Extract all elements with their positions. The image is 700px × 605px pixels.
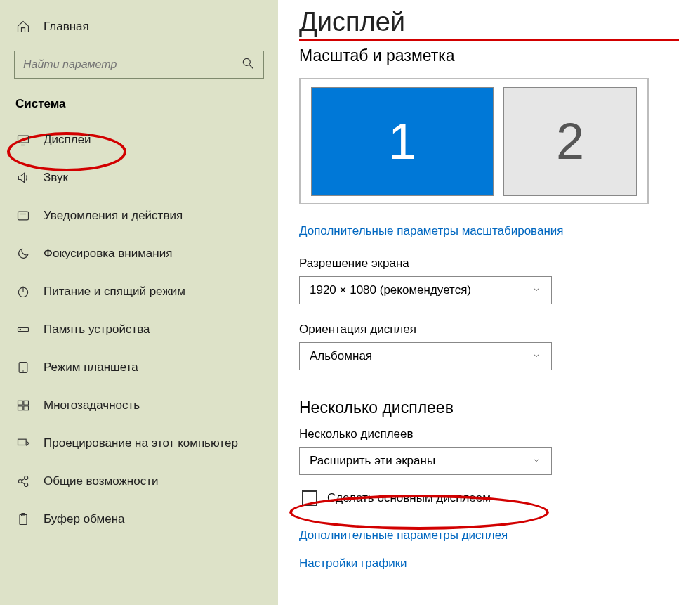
sidebar-item-label: Проецирование на этот компьютер [44, 436, 238, 450]
project-icon [15, 436, 31, 450]
display-arrangement[interactable]: 1 2 [299, 78, 649, 204]
svg-rect-14 [18, 406, 23, 410]
home-icon [15, 20, 31, 34]
sidebar-item-multitask[interactable]: Многозадачность [0, 386, 278, 424]
multi-display-dropdown[interactable]: Расширить эти экраны [299, 447, 552, 475]
svg-point-9 [20, 329, 20, 330]
dropdown-value: Расширить эти экраны [310, 454, 435, 468]
display-number: 1 [388, 112, 416, 170]
svg-rect-13 [24, 401, 29, 405]
storage-icon [15, 323, 31, 337]
multi-display-heading: Несколько дисплеев [299, 398, 679, 417]
svg-rect-16 [18, 439, 27, 445]
search-input[interactable] [23, 58, 241, 71]
sidebar-item-clipboard[interactable]: Буфер обмена [0, 500, 278, 538]
checkbox-label: Сделать основным дисплеем [327, 491, 491, 505]
sidebar-item-tablet[interactable]: Режим планшета [0, 349, 278, 386]
dropdown-value: 1920 × 1080 (рекомендуется) [310, 283, 471, 297]
tablet-icon [15, 360, 31, 375]
multi-display-label: Несколько дисплеев [299, 427, 679, 441]
svg-point-18 [25, 476, 28, 480]
clipboard-icon [15, 512, 31, 526]
make-main-display-checkbox-row[interactable]: Сделать основным дисплеем [299, 490, 679, 506]
svg-rect-12 [18, 401, 23, 405]
page-title: Дисплей [299, 7, 679, 41]
notification-icon [15, 209, 31, 223]
sidebar-item-label: Общие возможности [44, 474, 158, 488]
main-content: Дисплей Масштаб и разметка 1 2 Дополните… [278, 0, 700, 605]
svg-point-19 [25, 483, 28, 487]
dropdown-value: Альбомная [310, 349, 372, 363]
sidebar-item-label: Звук [44, 171, 68, 185]
sound-icon [15, 171, 31, 185]
svg-rect-15 [24, 406, 29, 410]
orientation-dropdown[interactable]: Альбомная [299, 342, 552, 370]
sidebar-item-label: Память устройства [44, 323, 150, 337]
sidebar-item-power[interactable]: Питание и спящий режим [0, 273, 278, 311]
chevron-down-icon [531, 351, 541, 363]
graphics-settings-link[interactable]: Настройки графики [299, 557, 679, 571]
sidebar-home-label: Главная [44, 20, 89, 34]
svg-point-0 [243, 58, 250, 65]
resolution-label: Разрешение экрана [299, 256, 679, 271]
sidebar: Главная Система Дисплей Звук Уведомления… [0, 0, 278, 605]
sidebar-section-label: Система [0, 91, 278, 121]
sidebar-item-focus[interactable]: Фокусировка внимания [0, 235, 278, 273]
search-input-container[interactable] [14, 51, 264, 79]
monitor-icon [15, 133, 31, 147]
moon-icon [15, 247, 31, 261]
svg-rect-4 [18, 212, 29, 220]
sidebar-item-projecting[interactable]: Проецирование на этот компьютер [0, 424, 278, 462]
resolution-dropdown[interactable]: 1920 × 1080 (рекомендуется) [299, 276, 552, 304]
svg-line-1 [250, 65, 253, 69]
advanced-display-link[interactable]: Дополнительные параметры дисплея [299, 528, 679, 542]
svg-line-21 [22, 482, 25, 484]
sidebar-item-sound[interactable]: Звук [0, 159, 278, 197]
multitask-icon [15, 398, 31, 412]
search-icon [241, 56, 255, 73]
sidebar-item-storage[interactable]: Память устройства [0, 311, 278, 349]
power-icon [15, 285, 31, 299]
sidebar-item-label: Режим планшета [44, 360, 138, 375]
sidebar-item-label: Дисплей [44, 133, 91, 147]
sidebar-item-label: Буфер обмена [44, 512, 125, 526]
chevron-down-icon [531, 455, 541, 467]
sidebar-item-label: Фокусировка внимания [44, 247, 172, 261]
svg-point-17 [18, 480, 22, 483]
sidebar-item-display[interactable]: Дисплей [0, 121, 278, 159]
sidebar-item-notifications[interactable]: Уведомления и действия [0, 197, 278, 235]
scale-heading: Масштаб и разметка [299, 46, 679, 65]
sidebar-item-shared[interactable]: Общие возможности [0, 462, 278, 500]
advanced-scaling-link[interactable]: Дополнительные параметры масштабирования [299, 224, 563, 238]
svg-rect-2 [18, 136, 29, 143]
orientation-label: Ориентация дисплея [299, 323, 679, 337]
sidebar-home[interactable]: Главная [0, 13, 278, 41]
sidebar-item-label: Многозадачность [44, 398, 140, 412]
sidebar-item-label: Уведомления и действия [44, 209, 183, 223]
display-tile-1[interactable]: 1 [311, 87, 494, 196]
display-number: 2 [556, 112, 584, 170]
checkbox-icon[interactable] [302, 490, 317, 506]
chevron-down-icon [531, 285, 541, 297]
display-tile-2[interactable]: 2 [503, 87, 637, 196]
share-icon [15, 474, 31, 488]
sidebar-item-label: Питание и спящий режим [44, 285, 185, 299]
svg-line-20 [22, 479, 25, 481]
